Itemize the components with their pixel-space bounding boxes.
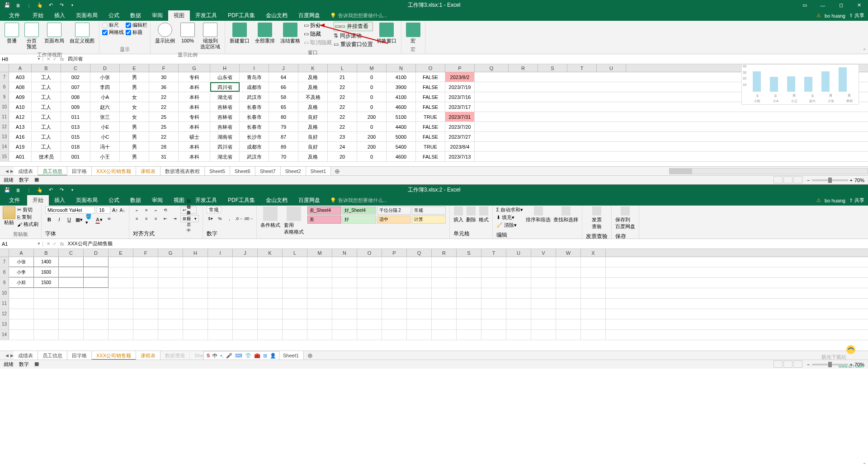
sheet-tab[interactable]: 数据透视 bbox=[160, 351, 190, 360]
cell[interactable]: 0 bbox=[357, 92, 387, 102]
cell[interactable]: FALSE bbox=[416, 82, 445, 92]
cell[interactable] bbox=[432, 257, 457, 267]
undo-icon[interactable]: ↶ bbox=[47, 187, 54, 194]
row-header[interactable]: 15 bbox=[0, 152, 9, 161]
btn-save-baidu[interactable]: 保存到 百度网盘 bbox=[615, 206, 635, 230]
cell[interactable]: 0 bbox=[357, 72, 387, 82]
cell[interactable]: 李四 bbox=[90, 82, 120, 92]
cell[interactable]: 5100 bbox=[387, 112, 416, 122]
row-header[interactable]: 12 bbox=[0, 309, 9, 319]
cell[interactable] bbox=[34, 319, 59, 329]
col-header[interactable]: A bbox=[9, 64, 32, 72]
sheet-tab[interactable]: 数据透视表教程 bbox=[160, 167, 205, 176]
btn-page-break[interactable]: 分页 预览 bbox=[23, 22, 41, 51]
cell[interactable]: 及格 bbox=[298, 152, 328, 161]
add-sheet-icon[interactable]: ⊕ bbox=[331, 168, 344, 175]
cell[interactable]: A08 bbox=[9, 82, 32, 92]
col-header[interactable]: N bbox=[332, 249, 357, 257]
cell[interactable] bbox=[208, 309, 233, 319]
row-header[interactable]: 9 bbox=[0, 278, 9, 288]
cell[interactable]: 工人 bbox=[32, 102, 61, 112]
cell[interactable]: 良好 bbox=[298, 142, 328, 151]
btn-arrange-all[interactable]: 全部重排 bbox=[253, 22, 277, 45]
cell[interactable] bbox=[556, 288, 581, 298]
col-header[interactable]: R bbox=[509, 64, 538, 72]
cell[interactable] bbox=[133, 288, 158, 298]
cell[interactable] bbox=[457, 319, 481, 329]
cell[interactable]: 65 bbox=[269, 102, 298, 112]
cell[interactable] bbox=[407, 330, 432, 340]
cell[interactable] bbox=[307, 309, 332, 319]
cell[interactable] bbox=[307, 267, 332, 277]
cell[interactable]: 湖北省 bbox=[210, 152, 240, 161]
cell[interactable] bbox=[258, 299, 283, 309]
cell[interactable]: A19 bbox=[9, 142, 32, 151]
cell[interactable] bbox=[233, 267, 258, 277]
cell[interactable]: 本科 bbox=[179, 102, 210, 112]
col-header[interactable]: G bbox=[179, 64, 210, 72]
btn-copy[interactable]: ⎘ 复制 bbox=[17, 214, 38, 220]
redo-icon[interactable]: ↷ bbox=[58, 187, 65, 194]
cell[interactable] bbox=[233, 257, 258, 267]
mini-bar-chart[interactable]: 40302010 女女男女男男 小陈小A小王赵六小张李四 bbox=[741, 64, 859, 105]
cell[interactable] bbox=[283, 288, 307, 298]
col-header[interactable]: D bbox=[90, 64, 120, 72]
cell[interactable]: 2023/7/20 bbox=[445, 122, 475, 131]
cell[interactable] bbox=[307, 288, 332, 298]
cell[interactable] bbox=[183, 288, 208, 298]
col-header[interactable]: M bbox=[357, 64, 387, 72]
cell[interactable] bbox=[34, 299, 59, 309]
touch-icon[interactable]: 👆 bbox=[36, 187, 43, 194]
cell[interactable]: 男 bbox=[120, 122, 149, 131]
cell[interactable] bbox=[556, 267, 581, 277]
cell[interactable] bbox=[357, 319, 382, 329]
cell[interactable]: FALSE bbox=[416, 102, 445, 112]
cell[interactable] bbox=[307, 278, 332, 288]
cell[interactable] bbox=[506, 330, 531, 340]
cell[interactable] bbox=[84, 299, 108, 309]
cell[interactable]: 小E bbox=[90, 122, 120, 131]
tab-wps[interactable]: 金山文档 bbox=[260, 10, 293, 21]
cell[interactable] bbox=[258, 288, 283, 298]
row-header[interactable]: 13 bbox=[0, 319, 9, 329]
dec-decimal-icon[interactable]: .00→ bbox=[245, 215, 253, 222]
cell[interactable] bbox=[258, 278, 283, 288]
font-shrink-icon[interactable]: A↓ bbox=[120, 208, 125, 213]
tab-file[interactable]: 文件 bbox=[2, 10, 27, 21]
cell[interactable]: 001 bbox=[61, 152, 90, 161]
col-header[interactable]: C bbox=[61, 64, 90, 72]
cell[interactable]: 36 bbox=[149, 82, 179, 92]
row-header[interactable]: 14 bbox=[0, 142, 9, 151]
zoom-slider[interactable] bbox=[812, 179, 848, 181]
cell[interactable] bbox=[382, 257, 407, 267]
number-format-select[interactable]: 常规 bbox=[207, 206, 221, 213]
col-header[interactable]: M bbox=[307, 249, 332, 257]
cell[interactable] bbox=[59, 309, 84, 319]
col-header[interactable]: A bbox=[9, 249, 34, 257]
cell[interactable]: 22 bbox=[328, 122, 357, 131]
cell[interactable]: 58 bbox=[269, 92, 298, 102]
row-header[interactable]: 10 bbox=[0, 288, 9, 298]
tab-pdf[interactable]: PDF工具集 bbox=[222, 195, 260, 206]
col-header[interactable]: E bbox=[120, 64, 149, 72]
cell[interactable]: 002 bbox=[61, 72, 90, 82]
cell[interactable] bbox=[407, 299, 432, 309]
cell[interactable] bbox=[34, 309, 59, 319]
cell[interactable]: A13 bbox=[9, 122, 32, 131]
cell[interactable] bbox=[307, 319, 332, 329]
add-sheet-icon[interactable]: ⊕ bbox=[304, 352, 316, 359]
zoom-in-icon[interactable]: + bbox=[850, 178, 853, 183]
cell[interactable]: 25 bbox=[149, 122, 179, 131]
tab-nav-last-icon[interactable]: ▶ bbox=[10, 353, 14, 358]
cell[interactable]: 70 bbox=[269, 152, 298, 161]
cell[interactable]: 长春市 bbox=[240, 122, 269, 131]
warning-icon[interactable]: ⚠ bbox=[816, 13, 821, 19]
col-header[interactable]: T bbox=[481, 249, 506, 257]
btn-macros[interactable]: 宏 bbox=[404, 22, 422, 45]
font-name-select[interactable]: Microsoft YaHei bbox=[45, 206, 95, 214]
share-button-2[interactable]: ⇪ 共享 bbox=[849, 197, 864, 204]
btn-normal-view[interactable]: 普通 bbox=[3, 22, 21, 45]
cell[interactable] bbox=[531, 267, 556, 277]
tab-review[interactable]: 审阅 bbox=[146, 195, 168, 206]
cell[interactable] bbox=[382, 319, 407, 329]
